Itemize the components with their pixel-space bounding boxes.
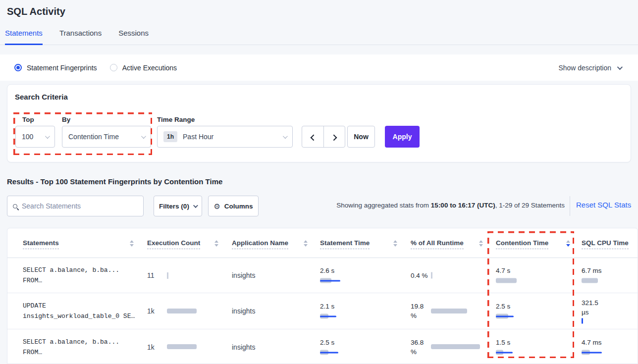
previous-range-button[interactable] <box>302 126 323 147</box>
search-statements-input[interactable] <box>22 202 138 210</box>
view-toggle-bar: Statement Fingerprints Active Executions… <box>0 54 638 81</box>
contention-time-bar <box>496 313 555 320</box>
runtime-pct-cell: 19.8% <box>411 302 490 320</box>
sort-icon-statements[interactable] <box>130 240 134 247</box>
tab-sessions[interactable]: Sessions <box>118 29 149 45</box>
search-criteria-card: Search Criteria Top By Time Range 100 Co… <box>7 84 631 162</box>
time-range-label: Time Range <box>157 116 195 123</box>
sort-icon-application-name[interactable] <box>304 240 308 247</box>
next-range-button[interactable] <box>323 126 345 147</box>
table-row[interactable]: SELECT a.balance, b.ba...FROM… 11 insigh… <box>7 258 638 293</box>
stats-time-range: 15:00 to 16:17 (UTC) <box>431 202 495 209</box>
statement-fingerprint-link[interactable]: UPDATEinsights_workload_table_0 SE… <box>23 301 135 321</box>
column-header-statements[interactable]: Statements <box>23 239 59 249</box>
reset-sql-stats-link[interactable]: Reset SQL Stats <box>576 201 631 209</box>
runtime-pct-value: 36.8% <box>411 338 431 357</box>
time-nav-group <box>302 126 345 148</box>
chevron-left-icon <box>311 134 317 141</box>
columns-label: Columns <box>224 203 253 210</box>
contention-time-cell: 1.5 s <box>496 338 555 356</box>
column-header-sql-cpu-time[interactable]: SQL CPU Time <box>582 239 629 249</box>
radio-active-executions[interactable]: Active Executions <box>110 64 177 72</box>
statement-time-cell: 2.1 s <box>320 303 379 320</box>
time-range-value: Past Hour <box>183 133 213 141</box>
show-description-toggle[interactable]: Show description <box>558 64 621 72</box>
contention-time-bar <box>496 278 555 284</box>
application-name-cell: insights <box>232 343 255 351</box>
results-heading: Results - Top 100 Statement Fingerprints… <box>7 177 222 186</box>
contention-time-cell: 2.5 s <box>496 303 555 320</box>
table-header-row: Statements Execution Count Application N… <box>7 228 638 258</box>
divider <box>570 196 570 216</box>
sql-cpu-time-cell: 4.7 ms <box>582 338 638 356</box>
page-title: SQL Activity <box>7 6 65 17</box>
tab-bar: Statements Transactions Sessions <box>0 29 638 45</box>
execution-count-bar <box>167 272 226 279</box>
column-header-execution-count[interactable]: Execution Count <box>147 239 200 249</box>
execution-count-cell: 1k <box>147 343 226 351</box>
time-range-badge: 1h <box>163 131 177 142</box>
chevron-right-icon <box>330 134 337 141</box>
statements-table: Statements Execution Count Application N… <box>7 228 638 364</box>
tab-statements[interactable]: Statements <box>5 29 43 45</box>
statement-time-cell: 2.5 s <box>320 338 379 356</box>
execution-count-bar <box>167 344 226 350</box>
by-select[interactable]: Contention Time <box>62 126 151 148</box>
execution-count-bar <box>167 308 226 314</box>
top-label: Top <box>22 116 34 123</box>
table-row[interactable]: UPDATEinsights_workload_table_0 SE… 1k i… <box>7 293 638 329</box>
tab-transactions[interactable]: Transactions <box>59 29 102 45</box>
column-header-application-name[interactable]: Application Name <box>232 239 288 249</box>
sort-icon-runtime-pct[interactable] <box>479 240 483 247</box>
sort-icon-execution-count[interactable] <box>214 240 218 247</box>
radio-statement-fingerprints[interactable]: Statement Fingerprints <box>14 64 97 72</box>
contention-time-cell: 4.7 s <box>496 267 555 284</box>
statement-fingerprint-link[interactable]: SELECT a.balance, b.ba...FROM… <box>23 265 119 286</box>
radio-unselected-icon <box>110 64 117 71</box>
filters-label: Filters (0) <box>159 203 189 210</box>
table-row[interactable]: SELECT a.balance, b.ba...FROM… 1k insigh… <box>7 329 638 364</box>
chevron-down-icon <box>141 134 146 139</box>
runtime-pct-bar <box>431 272 436 279</box>
columns-button[interactable]: ⚙ Columns <box>208 196 259 216</box>
aggregated-stats-text: Showing aggregated stats from 15:00 to 1… <box>336 202 565 209</box>
contention-time-bar <box>496 349 555 356</box>
chevron-down-icon <box>45 134 50 139</box>
gear-icon: ⚙ <box>213 203 220 210</box>
sql-cpu-time-cell: 6.7 ms <box>582 267 638 284</box>
sql-cpu-time-bar <box>582 318 638 324</box>
radio-label: Active Executions <box>122 64 177 72</box>
apply-button[interactable]: Apply <box>385 126 420 148</box>
runtime-pct-bar <box>431 308 490 314</box>
runtime-pct-cell: 0.4 % <box>411 271 436 280</box>
time-range-select[interactable]: 1h Past Hour <box>157 126 293 148</box>
top-select[interactable]: 100 <box>15 126 55 148</box>
execution-count-cell: 1k <box>147 307 226 315</box>
radio-selected-icon <box>14 64 22 71</box>
sql-cpu-time-bar <box>582 349 638 356</box>
column-header-contention-time[interactable]: Contention Time <box>496 239 548 249</box>
runtime-pct-cell: 36.8% <box>411 338 490 357</box>
column-header-statement-time[interactable]: Statement Time <box>320 239 370 249</box>
show-description-label: Show description <box>558 64 611 72</box>
sql-cpu-time-bar <box>582 278 638 284</box>
chevron-down-icon <box>283 134 288 139</box>
search-statements-box <box>7 196 144 216</box>
now-button[interactable]: Now <box>347 126 375 148</box>
statement-time-cell: 2.6 s <box>320 267 379 284</box>
statement-fingerprint-link[interactable]: SELECT a.balance, b.ba...FROM… <box>23 337 119 358</box>
execution-count-cell: 11 <box>147 271 226 279</box>
chevron-down-icon <box>617 64 623 69</box>
statement-time-bar <box>320 313 379 320</box>
sort-icon-statement-time[interactable] <box>393 240 397 247</box>
column-header-runtime-pct[interactable]: % of All Runtime <box>411 239 464 249</box>
search-criteria-heading: Search Criteria <box>15 93 68 101</box>
top-select-value: 100 <box>22 133 33 141</box>
statement-time-bar <box>320 349 379 356</box>
statement-time-bar <box>320 278 379 284</box>
sql-cpu-time-cell: 321.5µs <box>582 298 638 324</box>
sort-icon-contention-time-active[interactable] <box>566 240 570 247</box>
filters-button[interactable]: Filters (0) <box>154 196 202 216</box>
runtime-pct-value: 19.8% <box>411 302 431 320</box>
application-name-cell: insights <box>232 307 255 315</box>
